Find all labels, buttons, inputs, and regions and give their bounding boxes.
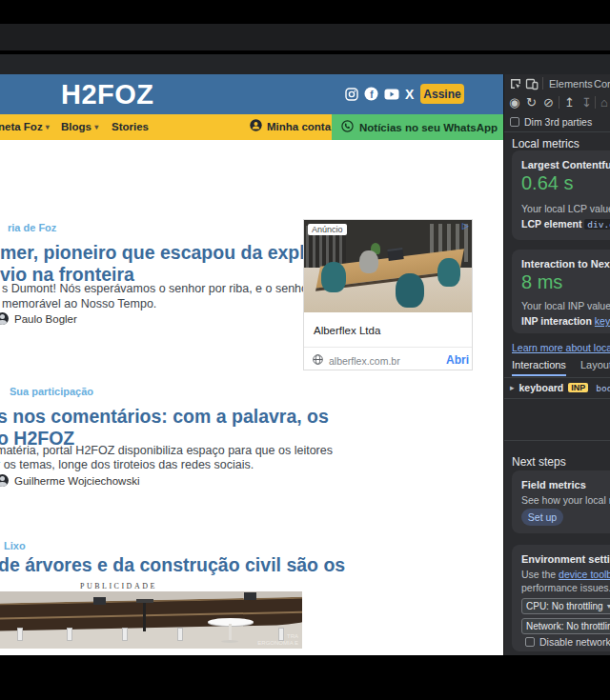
divider — [504, 440, 610, 441]
adchoices-icon[interactable]: ▷ — [462, 221, 469, 230]
upload-icon[interactable]: ↥ — [564, 96, 575, 109]
inp-desc: Your local INP value of 8 ms — [521, 300, 610, 311]
article-2-excerpt-line2: r os temas, longe dos tiroteios das rede… — [0, 458, 254, 471]
article-1-byline[interactable]: Paulo Bogler — [0, 312, 77, 325]
environment-desc-line1: Use the device toolbar and c — [521, 569, 610, 580]
divider — [304, 347, 472, 348]
learn-more-link[interactable]: Learn more about local and field — [512, 342, 610, 353]
nav-account[interactable]: Minha conta — [250, 119, 331, 133]
article-1-excerpt-line2: memorável ao Nosso Tempo. — [2, 297, 156, 310]
lcp-metric-card: Largest Contentful Paint 0.64 s Your loc… — [512, 150, 610, 240]
user-account-icon — [250, 119, 262, 133]
divider — [559, 96, 559, 109]
lcp-element-row: LCP element div.gb-contai — [521, 218, 610, 230]
expand-triangle-icon[interactable]: ▸ — [510, 383, 515, 392]
ad-label: Anúncio — [308, 224, 347, 235]
article-2-excerpt-line1: matéria, portal H2FOZ disponibiliza espa… — [0, 444, 333, 457]
disable-cache-checkbox[interactable] — [525, 637, 535, 647]
bottom-ad-container[interactable]: PUBLICIDADE TRA ERGONOMIA E — [0, 579, 503, 655]
browser-chrome-toolbar-strip — [0, 54, 610, 74]
set-up-button[interactable]: Set up — [521, 509, 563, 526]
side-ad-image[interactable]: Anúncio ▷ — [304, 220, 472, 312]
chevron-down-icon: ▾ — [46, 123, 50, 131]
tab-interactions[interactable]: Interactions — [512, 359, 566, 376]
divider — [504, 131, 610, 132]
block-icon[interactable]: ⊘ — [543, 96, 554, 109]
site-logo[interactable]: H2FOZ — [61, 79, 154, 110]
ad-advertiser-name[interactable]: Alberflex Ltda — [314, 325, 380, 336]
environment-settings-card: Environment settings Use the device tool… — [512, 545, 610, 651]
device-toolbar-link[interactable]: device toolbar — [559, 569, 610, 580]
globe-icon — [313, 354, 323, 367]
site-masthead: H2FOZ f X Assine — [0, 74, 503, 114]
record-icon[interactable]: ◉ — [509, 96, 519, 109]
reload-icon[interactable]: ↻ — [526, 96, 537, 109]
lcp-desc: Your local LCP value of 0.64 — [521, 203, 610, 214]
lcp-element-link[interactable]: div.gb-contai — [584, 219, 610, 230]
youtube-icon[interactable] — [384, 89, 399, 100]
inp-value: 8 ms — [521, 271, 562, 293]
cpu-throttling-select[interactable]: CPU: No throttling▼ — [521, 598, 610, 614]
chevron-down-icon: ▾ — [94, 123, 98, 131]
device-toolbar-icon[interactable] — [525, 77, 539, 92]
nav-item-stories[interactable]: Stories — [112, 121, 149, 132]
social-links: f X — [345, 87, 414, 101]
inp-card-title: Interaction to Next Paint — [521, 258, 610, 270]
divider — [595, 96, 596, 109]
article-1-headline-line1[interactable]: mer, pioneiro que escapou da explosão — [0, 242, 348, 264]
divider — [542, 77, 543, 90]
inp-interaction-link[interactable]: keyboard — [595, 315, 610, 327]
chevron-down-icon: ▼ — [606, 603, 610, 610]
article-3-headline-line1[interactable]: de árvores e da construção civil são os — [0, 554, 345, 576]
browser-chrome-tab-strip — [0, 24, 610, 50]
banner-overlay-text: TRA ERGONOMIA E — [257, 633, 298, 647]
home-icon[interactable]: ⌂ — [600, 96, 608, 109]
nav-item-planeta-foz[interactable]: neta Foz ▾ — [0, 121, 50, 132]
field-metrics-card: Field metrics See how your local metrics… — [512, 470, 610, 533]
dim-3rd-parties-label: Dim 3rd parties — [524, 116, 592, 128]
side-ad-card[interactable]: Anúncio ▷ Alberflex Ltda alberflex.com.b… — [303, 219, 473, 370]
tab-console[interactable]: Console — [594, 78, 610, 90]
publicity-label: PUBLICIDADE — [80, 582, 157, 590]
divider — [504, 398, 610, 399]
author-avatar — [0, 312, 9, 325]
article-2-headline-line1[interactable]: s nos comentários: com a palavra, os — [0, 406, 329, 428]
local-metrics-title: Local metrics — [512, 137, 580, 150]
tab-layout-shifts[interactable]: Layout shifts — [580, 359, 610, 370]
bottom-ad-banner[interactable]: TRA ERGONOMIA E — [0, 591, 302, 649]
article-2-byline[interactable]: Guilherme Wojciechowski — [0, 474, 139, 487]
site-navbar: neta Foz ▾ Blogs ▾ Stories Minha conta N… — [0, 114, 503, 140]
field-metrics-title: Field metrics — [521, 479, 586, 490]
author-avatar — [0, 474, 9, 487]
environment-settings-title: Environment settings — [521, 553, 610, 565]
inp-badge: INP — [568, 383, 588, 392]
nav-whatsapp-link[interactable]: Notícias no seu WhatsApp — [332, 114, 503, 140]
devtools-panel: Elements Console ◉ ↻ ⊘ ↥ ↧ ⌂ Dim 3rd par… — [503, 74, 610, 655]
site-viewport: H2FOZ f X Assine neta Foz ▾ Blogs ▾ Stor… — [0, 74, 503, 655]
nav-item-blogs[interactable]: Blogs ▾ — [61, 121, 98, 132]
inp-metric-card: Interaction to Next Paint 8 ms Your loca… — [512, 250, 610, 333]
network-throttling-select[interactable]: Network: No throttling▼ — [521, 618, 610, 634]
whatsapp-icon — [341, 120, 354, 134]
inp-interaction-row: INP interaction keyboard — [521, 315, 610, 327]
article-1-category[interactable]: ria de Foz — [8, 222, 56, 233]
x-icon[interactable]: X — [405, 88, 414, 101]
ad-cta-button[interactable]: Abri — [446, 353, 469, 367]
instagram-icon[interactable] — [345, 88, 358, 101]
lcp-card-title: Largest Contentful Paint — [521, 159, 610, 170]
article-3-category[interactable]: Lixo — [4, 540, 26, 551]
article-2-category[interactable]: Sua participação — [10, 386, 93, 397]
dim-3rd-parties-checkbox[interactable] — [510, 117, 519, 127]
environment-desc-line2: performance issues. — [521, 582, 610, 593]
interaction-log-row[interactable]: ▸ keyboard INP body.blo — [510, 382, 610, 393]
subscribe-button[interactable]: Assine — [420, 84, 464, 104]
download-icon[interactable]: ↧ — [581, 96, 592, 109]
divider — [504, 377, 610, 378]
field-metrics-desc: See how your local metrics c — [521, 494, 610, 506]
inspect-icon[interactable] — [509, 77, 522, 92]
ad-domain-row[interactable]: alberflex.com.br — [313, 354, 400, 367]
log-target-link[interactable]: body.blo — [593, 383, 610, 393]
facebook-icon[interactable]: f — [364, 87, 378, 101]
tab-elements[interactable]: Elements — [549, 78, 593, 90]
next-steps-title: Next steps — [512, 455, 566, 469]
